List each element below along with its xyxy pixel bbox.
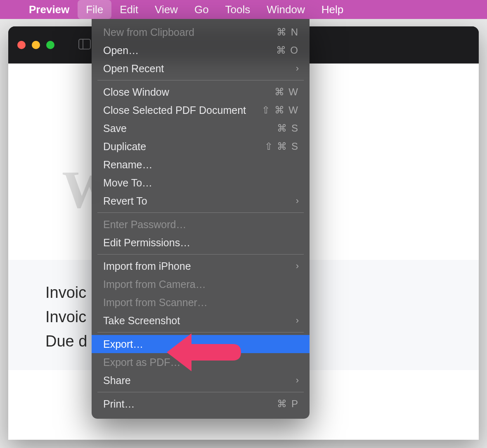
menu-item-label: Enter Password… [103, 219, 299, 231]
keyboard-shortcut: ⌘ O [276, 45, 299, 56]
menu-item-label: Rename… [103, 159, 299, 171]
menu-item-label: Import from iPhone [103, 260, 296, 272]
menu-item-import-from-camera: Import from Camera… [92, 275, 310, 293]
menu-item-label: New from Clipboard [103, 26, 277, 38]
menu-item-label: Import from Camera… [103, 278, 299, 290]
menu-separator [97, 80, 304, 80]
sidebar-toggle-icon[interactable] [78, 39, 91, 51]
menu-item-close-window[interactable]: Close Window⌘ W [92, 83, 310, 101]
file-menu-dropdown: New from Clipboard⌘ NOpen…⌘ OOpen Recent… [92, 19, 310, 419]
menu-item-label: Save [103, 123, 277, 134]
menu-item-move-to[interactable]: Move To… [92, 174, 310, 192]
menubar-app-name[interactable]: Preview [21, 0, 78, 19]
menu-item-new-from-clipboard: New from Clipboard⌘ N [92, 23, 310, 41]
menu-item-open-recent[interactable]: Open Recent› [92, 59, 310, 78]
menu-item-label: Edit Permissions… [103, 237, 299, 249]
traffic-lights [17, 41, 54, 49]
keyboard-shortcut: ⌘ W [274, 86, 299, 98]
menu-item-take-screenshot[interactable]: Take Screenshot› [92, 311, 310, 330]
menu-item-label: Duplicate [103, 141, 265, 153]
menu-item-print[interactable]: Print…⌘ P [92, 395, 310, 413]
menu-item-label: Take Screenshot [103, 315, 296, 327]
svg-rect-0 [79, 39, 90, 49]
menu-item-rename[interactable]: Rename… [92, 156, 310, 174]
keyboard-shortcut: ⌘ P [277, 398, 299, 410]
menu-item-label: Revert To [103, 195, 296, 207]
zoom-window-button[interactable] [46, 41, 54, 49]
menu-item-close-selected-pdf-document[interactable]: Close Selected PDF Document⇧ ⌘ W [92, 101, 310, 119]
menu-item-label: Close Selected PDF Document [103, 104, 262, 116]
menubar-item-go[interactable]: Go [186, 0, 217, 19]
menu-item-label: Open… [103, 45, 276, 57]
keyboard-shortcut: ⌘ N [277, 26, 299, 38]
menu-item-revert-to[interactable]: Revert To› [92, 192, 310, 210]
macos-menubar: Preview File Edit View Go Tools Window H… [0, 0, 487, 19]
menu-item-save[interactable]: Save⌘ S [92, 119, 310, 137]
menubar-item-help[interactable]: Help [313, 0, 352, 19]
chevron-right-icon: › [296, 196, 299, 206]
menu-item-open[interactable]: Open…⌘ O [92, 41, 310, 59]
menu-item-export-as-pdf: Export as PDF… [92, 353, 310, 371]
menu-item-label: Export as PDF… [103, 356, 299, 368]
menubar-item-file[interactable]: File [78, 0, 111, 19]
menubar-item-window[interactable]: Window [258, 0, 313, 19]
menu-item-import-from-iphone[interactable]: Import from iPhone› [92, 257, 310, 275]
keyboard-shortcut: ⌘ S [277, 123, 299, 134]
menu-item-export[interactable]: Export… [92, 335, 310, 353]
close-window-button[interactable] [17, 41, 26, 49]
menu-item-label: Export… [103, 338, 299, 350]
menubar-item-view[interactable]: View [147, 0, 186, 19]
menu-item-import-from-scanner: Import from Scanner… [92, 293, 310, 311]
menu-item-label: Move To… [103, 177, 299, 189]
menu-separator [97, 212, 304, 213]
menu-item-duplicate[interactable]: Duplicate⇧ ⌘ S [92, 137, 310, 156]
menu-item-label: Import from Scanner… [103, 297, 299, 309]
keyboard-shortcut: ⇧ ⌘ S [265, 141, 299, 152]
menubar-item-tools[interactable]: Tools [217, 0, 259, 19]
menu-separator [97, 254, 304, 255]
menu-item-label: Share [103, 375, 296, 387]
menu-item-label: Close Window [103, 86, 274, 98]
menu-item-label: Open Recent [103, 63, 296, 75]
menu-separator [97, 392, 304, 392]
chevron-right-icon: › [296, 63, 299, 74]
menu-item-label: Print… [103, 398, 277, 410]
chevron-right-icon: › [296, 375, 299, 386]
keyboard-shortcut: ⇧ ⌘ W [262, 104, 299, 116]
menu-separator [97, 332, 304, 332]
menu-item-enter-password: Enter Password… [92, 215, 310, 233]
chevron-right-icon: › [296, 261, 299, 271]
chevron-right-icon: › [296, 315, 299, 326]
minimize-window-button[interactable] [32, 41, 40, 49]
menu-item-share[interactable]: Share› [92, 371, 310, 389]
menu-item-edit-permissions[interactable]: Edit Permissions… [92, 233, 310, 252]
menubar-item-edit[interactable]: Edit [111, 0, 147, 19]
